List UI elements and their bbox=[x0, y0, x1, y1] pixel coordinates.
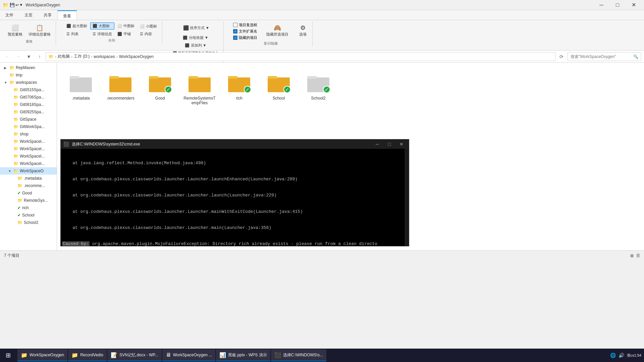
checkbox-item-checkboxes-label: 项目复选框 bbox=[239, 22, 257, 27]
btn-small[interactable]: ⬜小图标 bbox=[138, 23, 159, 30]
dropdown-button[interactable]: ▼ bbox=[24, 52, 34, 61]
taskbar-label: SVN记忆.docx - WP... bbox=[119, 352, 158, 358]
show-hide-group-label: 显示/隐藏 bbox=[232, 41, 310, 46]
sidebar-label: WorkSpacel... bbox=[20, 146, 55, 151]
breadcrumb-workspaces[interactable]: workspaces bbox=[94, 54, 115, 59]
btn-content[interactable]: ☰内容 bbox=[138, 31, 159, 38]
speaker-icon[interactable]: 🔊 bbox=[619, 353, 624, 358]
network-icon[interactable]: 🌐 bbox=[610, 353, 616, 358]
sidebar-item-git0925[interactable]: 📁 Git0925Spa... bbox=[0, 108, 57, 116]
quick-access-undo[interactable]: ↩ bbox=[15, 3, 19, 7]
close-button[interactable]: ✕ bbox=[626, 0, 641, 10]
sidebar-item-git0515[interactable]: 📁 Git0515Spa... bbox=[0, 86, 57, 94]
breadcrumb-home: 📁 bbox=[49, 54, 54, 59]
sidebar-item-metadata[interactable]: 📁 .metadata bbox=[0, 175, 57, 182]
btn-group-by[interactable]: ⬛分组依据 ▼ bbox=[180, 34, 211, 41]
folder-recommenders[interactable]: .recommenders bbox=[102, 68, 139, 108]
folder-good[interactable]: ✓ Good bbox=[142, 68, 178, 108]
sidebar-item-gitworkspace[interactable]: 📁 GitWorkSpa... bbox=[0, 123, 57, 130]
tab-file[interactable]: 文件 bbox=[0, 10, 19, 20]
sidebar-item-workspacel2[interactable]: 📁 WorkSpacel... bbox=[0, 145, 57, 153]
cmd-minimize-button[interactable]: ─ bbox=[373, 140, 382, 148]
cmd-maximize-button[interactable]: □ bbox=[385, 140, 394, 148]
btn-extra-large[interactable]: ⬛超大图标 bbox=[64, 22, 90, 29]
taskbar-item-svn[interactable]: 📝 SVN记忆.docx - WP... bbox=[107, 349, 162, 361]
quick-access-save[interactable]: 💾 bbox=[10, 3, 15, 7]
up-button[interactable]: ↑ bbox=[35, 52, 44, 61]
sidebar-item-school2[interactable]: 📁 School2 bbox=[0, 219, 57, 226]
breadcrumb-drive[interactable]: 工作 (D:) bbox=[74, 54, 90, 59]
sidebar-label: rich bbox=[22, 205, 55, 210]
folder-rich[interactable]: ✓ rich bbox=[221, 68, 258, 108]
sidebar-item-git0818[interactable]: 📁 Git0818Spa... bbox=[0, 101, 57, 108]
taskbar-item-recordvedio[interactable]: 📁 RecordVedio bbox=[68, 349, 107, 361]
folder-school2[interactable]: ✓ School2 bbox=[300, 68, 337, 108]
sidebar-item-remotesys[interactable]: 📁 RemoteSys... bbox=[0, 197, 57, 204]
cmd-content[interactable]: at java.lang.reflect.Method.invoke(Metho… bbox=[61, 149, 405, 246]
taskbar-item-workspace[interactable]: 📁 WorkSpaceOxygen bbox=[17, 349, 67, 361]
folder-remotesystems[interactable]: RemoteSystemsTempFiles bbox=[181, 68, 218, 108]
btn-sort[interactable]: ⬛ 排序方式 ▼ bbox=[179, 22, 212, 34]
taskbar-item-workspace2[interactable]: 🖥 WorkSpaceOxygen ... bbox=[162, 349, 216, 361]
sidebar-item-rich[interactable]: ✔ rich bbox=[0, 204, 57, 212]
sidebar-item-shop[interactable]: 📁 shop bbox=[0, 130, 57, 138]
search-input[interactable] bbox=[571, 54, 632, 59]
sidebar-item-school[interactable]: ✔ School bbox=[0, 212, 57, 219]
arrow-icon: ▼ bbox=[8, 169, 12, 173]
ribbon-tabs: 文件 主页 共享 查看 bbox=[0, 10, 644, 20]
sidebar-item-git0706[interactable]: 📁 Git0706Spa... bbox=[0, 94, 57, 101]
back-button[interactable]: ← bbox=[3, 52, 12, 61]
view-icon-large[interactable]: ⊞ bbox=[630, 253, 634, 258]
search-bar[interactable]: 🔍 bbox=[568, 52, 641, 61]
sidebar-item-workspacel3[interactable]: 📁 WorkSpacel... bbox=[0, 153, 57, 160]
sidebar-item-gitspace[interactable]: 📁 GitSpace bbox=[0, 116, 57, 123]
sidebar-item-tmp[interactable]: 📁 tmp bbox=[0, 71, 57, 79]
breadcrumb-pc[interactable]: 此电脑 bbox=[58, 54, 70, 59]
checkmark-icon: ✓ bbox=[283, 86, 291, 93]
sidebar-label: Git0515Spa... bbox=[20, 87, 55, 92]
tab-view[interactable]: 查看 bbox=[57, 10, 77, 20]
cmd-close-button[interactable]: ✕ bbox=[397, 140, 406, 148]
btn-hide-selected[interactable]: 🙈 隐藏所选项目 bbox=[264, 22, 291, 39]
checkbox-item-checkboxes[interactable]: 项目复选框 bbox=[232, 22, 259, 28]
forward-button[interactable]: → bbox=[13, 52, 23, 61]
clock[interactable]: 英cs1:54 bbox=[627, 353, 641, 358]
tab-home[interactable]: 主页 bbox=[19, 10, 38, 20]
sidebar-item-workspacel1[interactable]: 📁 WorkSpacel... bbox=[0, 138, 57, 145]
sidebar-item-workspacel4[interactable]: 📁 WorkSpacel... bbox=[0, 160, 57, 167]
taskbar-item-cmd[interactable]: ⬛ 选择C:\WINDOWS\s... bbox=[271, 349, 326, 361]
btn-list[interactable]: ☰列表 bbox=[64, 31, 90, 38]
taskbar-item-pptx[interactable]: 📊 黑板.pptx - WPS 演示 bbox=[216, 349, 270, 361]
checkbox-file-extensions[interactable]: ✓ 文件扩展名 bbox=[232, 28, 259, 34]
btn-tile[interactable]: ⬛平铺 bbox=[115, 31, 137, 38]
refresh-button[interactable]: ⟳ bbox=[557, 52, 566, 61]
view-icon-details[interactable]: ☰ bbox=[636, 253, 640, 258]
minimize-button[interactable]: ─ bbox=[594, 0, 609, 10]
btn-details[interactable]: ☰详细信息 bbox=[90, 31, 114, 38]
breadcrumb-current[interactable]: WorkSpaceOxygen bbox=[119, 54, 154, 59]
address-bar[interactable]: 📁 › 此电脑 › 工作 (D:) › workspaces › WorkSpa… bbox=[46, 52, 555, 61]
checkbox-hidden-items[interactable]: ✓ 隐藏的项目 bbox=[232, 35, 259, 41]
folder-school[interactable]: ✓ School bbox=[260, 68, 297, 108]
sidebar-item-workspaceo[interactable]: ▼ 📁 WorkSpaceO bbox=[0, 167, 57, 175]
btn-details-pane[interactable]: 📋 详细信息窗格 bbox=[26, 22, 53, 39]
btn-options[interactable]: ⚙ 选项 bbox=[296, 22, 310, 39]
sidebar-item-recommenders[interactable]: 📁 .recomme... bbox=[0, 182, 57, 189]
tab-share[interactable]: 共享 bbox=[38, 10, 57, 20]
sidebar-item-workspaces[interactable]: ▼ 📁 workspaces bbox=[0, 79, 57, 86]
sidebar-label: WorkSpacel... bbox=[20, 154, 55, 159]
btn-medium[interactable]: ⬜中图标 bbox=[115, 22, 137, 29]
sidebar-item-good[interactable]: ✔ Good bbox=[0, 189, 57, 197]
quick-access-dropdown[interactable]: ▼ bbox=[19, 3, 23, 7]
btn-add-column[interactable]: ⬛添加列 ▼ bbox=[182, 42, 209, 49]
sidebar-label: Git0818Spa... bbox=[20, 102, 55, 107]
cmd-scrollbar[interactable] bbox=[405, 149, 409, 246]
arrow-icon: ▶ bbox=[4, 66, 8, 70]
btn-preview-pane[interactable]: ⬜ 预览窗格 bbox=[5, 22, 25, 39]
btn-large[interactable]: ⬛大图标 bbox=[90, 22, 114, 29]
maximize-button[interactable]: □ bbox=[610, 0, 625, 10]
start-button[interactable]: ⊞ bbox=[0, 349, 16, 362]
sidebar-item-repmaven[interactable]: ▶ 📁 RepMaven bbox=[0, 64, 57, 71]
folder-metadata[interactable]: .metadata bbox=[62, 68, 99, 108]
window-controls: ─ □ ✕ bbox=[594, 0, 641, 10]
